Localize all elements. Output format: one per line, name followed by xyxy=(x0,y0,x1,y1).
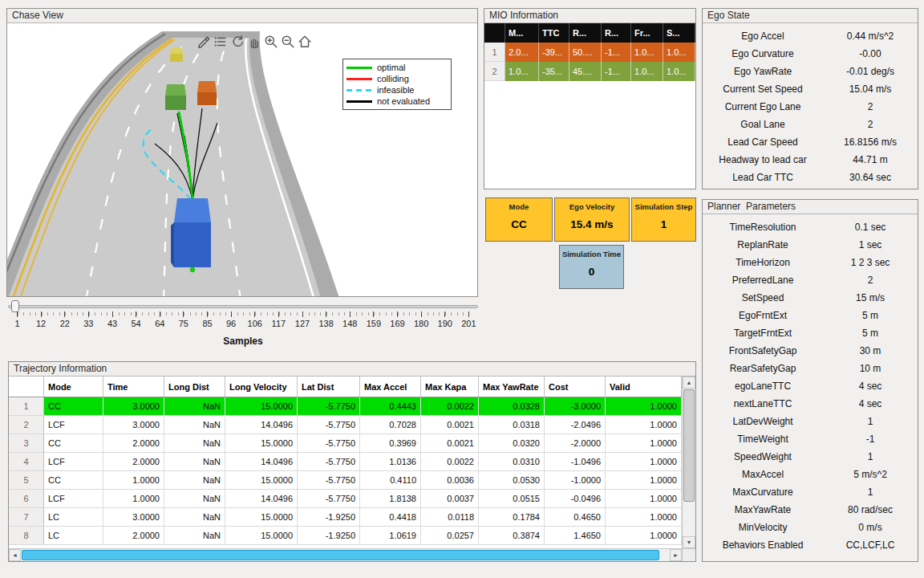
planner-parameter-label: MaxYawRate xyxy=(703,504,823,515)
planner-parameter-label: egoLaneTTC xyxy=(703,381,823,392)
row-number: 2 xyxy=(484,62,505,81)
horizontal-scroll-thumb[interactable] xyxy=(22,550,659,560)
col-header-max-kapa[interactable]: Max Kapa xyxy=(421,377,479,397)
col-header-time[interactable]: Time xyxy=(103,377,164,397)
chase-view-toolbar xyxy=(197,35,312,49)
ego-vehicle xyxy=(171,198,211,267)
planner-parameter-value: 5 m xyxy=(823,310,918,321)
slider-tick-label: 1 xyxy=(14,319,19,328)
slider-tick-label: 169 xyxy=(390,319,404,328)
mio-col-header[interactable]: R... xyxy=(602,23,631,43)
home-icon[interactable] xyxy=(298,35,312,49)
scroll-left-icon[interactable]: ◄ xyxy=(9,549,21,561)
mio-row[interactable]: 2 1.0... -35... 45.... -1... 1.0... 1.0.… xyxy=(484,62,695,81)
vertical-scrollbar[interactable]: ▲ ▼ xyxy=(682,377,695,548)
trajectory-row[interactable]: 8 LC 2.0000 NaN 15.0000 -1.9250 1.0619 0… xyxy=(9,527,682,545)
mode-label: Mode xyxy=(509,202,529,211)
trajectory-row[interactable]: 7 LC 3.0000 NaN 15.0000 -1.9250 0.4418 0… xyxy=(9,508,682,527)
col-header-lat-dist[interactable]: Lat Dist xyxy=(298,377,360,397)
planner-parameter-row: LatDevWeight 1 xyxy=(703,413,918,430)
slider-tick: 169 xyxy=(387,311,408,328)
planner-parameter-label: nextLaneTTC xyxy=(703,398,823,409)
slider-tick: 127 xyxy=(292,311,314,328)
trajectory-body: 1 CC 3.0000 NaN 15.0000 -5.7750 0.4443 0… xyxy=(9,397,682,545)
planner-parameter-row: TimeWeight -1 xyxy=(703,430,918,448)
mio-col-header[interactable]: S... xyxy=(663,23,695,43)
trajectory-row[interactable]: 3 CC 2.0000 NaN 15.0000 -5.7750 0.3969 0… xyxy=(9,434,682,453)
col-header-long-velocity[interactable]: Long Velocity xyxy=(225,377,298,397)
trajectory-row[interactable]: 5 CC 1.0000 NaN 15.0000 -5.7750 0.4110 0… xyxy=(9,471,682,490)
slider-tick: 106 xyxy=(244,311,265,328)
mio-col-header[interactable]: R... xyxy=(569,23,602,43)
row-number: 6 xyxy=(9,490,44,507)
ego-state-label: Headway to lead car xyxy=(703,154,823,165)
slider-tick: 148 xyxy=(339,311,361,328)
planner-parameter-label: FrontSafetyGap xyxy=(703,345,823,356)
legend-row: not evaluated xyxy=(346,96,448,107)
col-header-max-accel[interactable]: Max Accel xyxy=(360,377,421,397)
chase-view-canvas[interactable]: optimal colliding infeasible not evaluat… xyxy=(7,23,477,296)
simulation-time-value: 0 xyxy=(589,258,595,288)
vehicle-orange xyxy=(197,81,217,105)
ego-state-value: 16.8156 m/s xyxy=(823,136,918,148)
slider-tick-label: 138 xyxy=(318,319,333,328)
slider-thumb[interactable] xyxy=(11,300,19,312)
scroll-up-icon[interactable]: ▲ xyxy=(683,377,695,389)
ego-state-label: Ego Curvature xyxy=(703,48,823,59)
slider-tick: 64 xyxy=(149,311,171,328)
simulation-time-label: Simulation Time xyxy=(562,250,621,258)
col-header-max-yawrate[interactable]: Max YawRate xyxy=(479,377,545,397)
lead-vehicle-green xyxy=(165,84,186,110)
slider-tick-label: 180 xyxy=(414,319,428,328)
mode-value: CC xyxy=(511,211,527,241)
col-header-valid[interactable]: Valid xyxy=(606,377,682,397)
col-header-long-dist[interactable]: Long Dist xyxy=(164,377,225,397)
mio-col-header[interactable]: TTC xyxy=(539,23,569,43)
planner-parameter-value: 10 m xyxy=(823,363,918,374)
mio-col-header[interactable]: Fr... xyxy=(631,23,663,43)
legend-row: colliding xyxy=(346,73,448,84)
planner-parameter-value: 5 m xyxy=(823,328,918,339)
scrollbar-corner xyxy=(682,548,695,561)
planner-parameter-row: RearSafetyGap 10 m xyxy=(703,360,918,377)
col-header-cost[interactable]: Cost xyxy=(545,377,606,397)
slider-tick: 12 xyxy=(30,311,52,328)
mio-corner xyxy=(484,23,505,43)
horizontal-scrollbar[interactable]: ◄ ► xyxy=(9,548,682,561)
scroll-right-icon[interactable]: ► xyxy=(670,549,682,561)
trajectory-row[interactable]: 6 LCF 1.0000 NaN 14.0496 -5.7750 1.8138 … xyxy=(9,490,682,508)
planner-parameter-value: 30 m xyxy=(823,345,918,356)
legend-label: not evaluated xyxy=(377,96,430,106)
col-header-mode[interactable]: Mode xyxy=(44,377,103,397)
ego-state-label: Goal Lane xyxy=(703,119,823,130)
planner-parameters-panel: Planner Parameters TimeResolution 0.1 se… xyxy=(702,199,918,562)
trajectory-row[interactable]: 1 CC 3.0000 NaN 15.0000 -5.7750 0.4443 0… xyxy=(9,397,682,416)
simulation-step-label: Simulation Step xyxy=(635,202,693,211)
slider-track[interactable] xyxy=(8,305,478,308)
planner-parameter-row: SpeedWeight 1 xyxy=(703,448,918,466)
legend-line-sample xyxy=(346,100,372,103)
pan-icon[interactable] xyxy=(247,35,261,49)
slider-tick: 190 xyxy=(434,311,456,328)
rotate-icon[interactable] xyxy=(230,35,245,49)
row-number: 1 xyxy=(9,397,44,415)
mode-box: Mode CC xyxy=(485,197,553,242)
ego-state-value: 15.04 m/s xyxy=(823,83,918,95)
zoom-out-icon[interactable] xyxy=(281,35,295,49)
zoom-in-icon[interactable] xyxy=(264,35,278,49)
slider-tick: 85 xyxy=(197,311,218,328)
edit-icon[interactable] xyxy=(197,35,211,49)
slider-tick-label: 159 xyxy=(367,319,381,328)
legend-icon[interactable] xyxy=(213,35,228,49)
mio-row[interactable]: 1 2.0... -39... 50.... -1... 1.0... 1.0.… xyxy=(484,43,695,62)
mio-col-header[interactable]: M... xyxy=(505,23,539,43)
slider-tick: 54 xyxy=(125,311,147,328)
ego-state-label: Current Set Speed xyxy=(703,83,823,95)
ego-state-label: Ego YawRate xyxy=(703,66,823,77)
trajectory-header: Mode Time Long Dist Long Velocity Lat Di… xyxy=(9,377,682,397)
samples-slider: 1 12 22 33 43 54 xyxy=(6,299,480,350)
trajectory-row[interactable]: 2 LCF 3.0000 NaN 14.0496 -5.7750 0.7028 … xyxy=(9,416,682,434)
vertical-scroll-thumb[interactable] xyxy=(683,389,695,502)
trajectory-row[interactable]: 4 LCF 2.0000 NaN 14.0496 -5.7750 1.0136 … xyxy=(9,453,682,471)
scroll-down-icon[interactable]: ▼ xyxy=(683,536,695,548)
